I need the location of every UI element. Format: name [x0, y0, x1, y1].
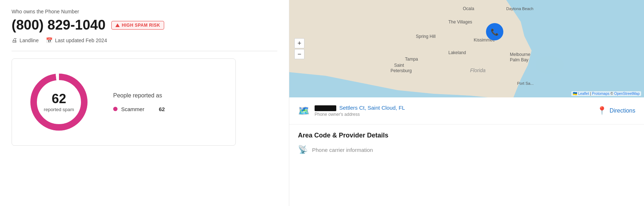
phone-header: (800) 829-1040 HIGH SPAM RISK [12, 17, 277, 33]
legend-count-scammer: 62 [148, 106, 165, 112]
warning-icon [115, 23, 120, 27]
address-link[interactable]: Settlers Ct, Saint Cloud, FL [339, 105, 405, 111]
osm-link[interactable]: OpenStreetMap [614, 92, 640, 96]
carrier-row: 📡 Phone carrier information [298, 145, 635, 154]
svg-text:Port Sa...: Port Sa... [517, 81, 534, 86]
area-code-title: Area Code & Provider Details [298, 132, 635, 139]
right-panel: Ocala Daytona Beach The Villages Spring … [289, 0, 644, 206]
svg-text:Tampa: Tampa [405, 57, 418, 62]
svg-text:Daytona Beach: Daytona Beach [506, 6, 533, 11]
donut-number: 62 [44, 92, 74, 105]
map-svg: Ocala Daytona Beach The Villages Spring … [289, 0, 644, 97]
address-text: Settlers Ct, Saint Cloud, FL Phone owner… [315, 105, 405, 117]
redacted-block [315, 105, 336, 111]
map-attribution: 🇺🇦 Leaflet | Protomaps © OpenStreetMap [571, 91, 641, 96]
directions-pin-icon: 📍 [597, 106, 607, 115]
type-meta: 🖨 Landline [12, 37, 39, 44]
phone-type: Landline [20, 38, 39, 43]
address-section: 🗺️ Settlers Ct, Saint Cloud, FL Phone ow… [289, 97, 644, 124]
legend-dot-scammer [113, 107, 118, 111]
svg-text:Melbourne: Melbourne [510, 52, 530, 57]
map-controls: + − [294, 38, 304, 59]
phone-number: (800) 829-1040 [12, 17, 106, 33]
left-panel: Who owns the Phone Number (800) 829-1040… [0, 0, 289, 206]
svg-text:Palm Bay: Palm Bay [510, 57, 528, 62]
area-code-section: Area Code & Provider Details 📡 Phone car… [289, 124, 644, 162]
spam-badge: HIGH SPAM RISK [111, 21, 164, 30]
legend-title: People reported as [113, 92, 165, 99]
directions-link[interactable]: 📍 Directions [597, 106, 635, 115]
svg-point-4 [535, 56, 564, 74]
legend-area: People reported as Scammer 62 [113, 92, 165, 112]
directions-label: Directions [610, 108, 635, 114]
meta-row: 🖨 Landline 📅 Last updated Feb 2024 [12, 37, 277, 44]
svg-text:📞: 📞 [491, 28, 499, 36]
svg-text:Petersburg: Petersburg [391, 68, 412, 73]
svg-text:The Villages: The Villages [448, 19, 472, 25]
carrier-icon: 📡 [298, 145, 308, 154]
street-line: Settlers Ct, Saint Cloud, FL [315, 105, 405, 111]
updated-meta: 📅 Last updated Feb 2024 [46, 37, 107, 44]
donut-chart: 62 reported spam [26, 70, 91, 135]
leaflet-link[interactable]: Leaflet [578, 92, 589, 96]
donut-center: 62 reported spam [44, 92, 74, 112]
svg-text:Lakeland: Lakeland [448, 50, 466, 55]
protomaps-link[interactable]: Protomaps [592, 92, 609, 96]
map-marker-icon: 🗺️ [298, 105, 310, 117]
svg-text:Saint: Saint [394, 63, 404, 68]
zoom-out-button[interactable]: − [294, 49, 304, 59]
who-owns-label: Who owns the Phone Number [12, 9, 277, 14]
carrier-label: Phone carrier information [312, 147, 373, 153]
address-left: 🗺️ Settlers Ct, Saint Cloud, FL Phone ow… [298, 105, 405, 117]
svg-text:Ocala: Ocala [463, 6, 474, 11]
map-container: Ocala Daytona Beach The Villages Spring … [289, 0, 644, 97]
legend-name-scammer: Scammer [121, 106, 144, 112]
legend-item: Scammer 62 [113, 106, 165, 112]
spam-badge-label: HIGH SPAM RISK [122, 23, 160, 28]
address-sublabel: Phone owner's address [315, 112, 405, 117]
svg-text:Florida: Florida [470, 67, 486, 73]
calendar-icon: 📅 [46, 37, 53, 44]
zoom-in-button[interactable]: + [294, 38, 304, 48]
chart-card: 62 reported spam People reported as Scam… [12, 58, 236, 146]
landline-icon: 🖨 [12, 37, 17, 44]
svg-text:Spring Hill: Spring Hill [416, 34, 436, 39]
last-updated: Last updated Feb 2024 [55, 38, 107, 43]
donut-label: reported spam [44, 107, 74, 112]
divider [12, 51, 277, 51]
